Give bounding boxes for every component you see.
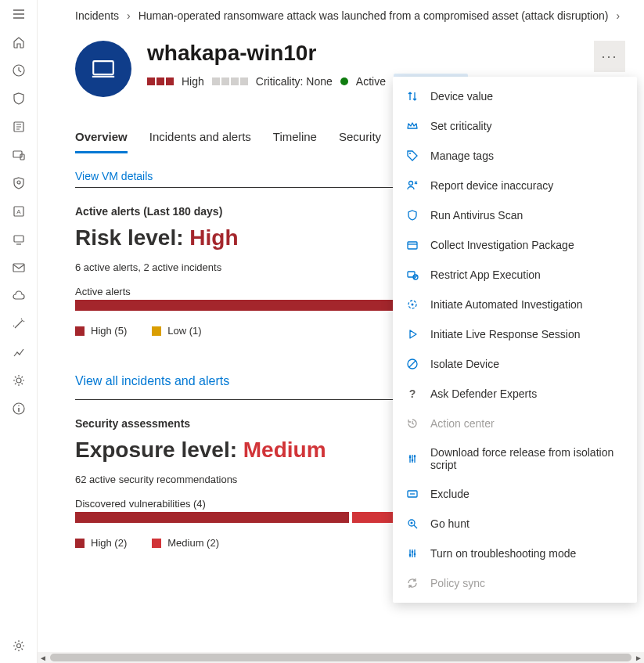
analytics-icon[interactable] xyxy=(11,344,27,360)
view-vm-link[interactable]: View VM details xyxy=(75,170,153,182)
status-dot-icon xyxy=(340,77,348,85)
menu-item-set-criticality[interactable]: Set criticality xyxy=(393,111,637,141)
settings-icon xyxy=(405,452,419,466)
menu-item-restrict-app-execution[interactable]: Restrict App Execution xyxy=(393,260,637,290)
menu-item-ask-defender-experts[interactable]: ?Ask Defender Experts xyxy=(393,379,637,409)
restrict-icon xyxy=(405,268,419,282)
legend-vuln-high: High (2) xyxy=(75,537,127,549)
tab-overview[interactable]: Overview xyxy=(75,125,128,153)
svg-text:A: A xyxy=(16,208,21,215)
clock-icon[interactable] xyxy=(11,63,27,78)
menu-item-policy-sync: Policy sync xyxy=(393,568,637,598)
scroll-left-button[interactable]: ◄ xyxy=(38,652,49,663)
svg-point-26 xyxy=(411,522,413,524)
info-icon[interactable] xyxy=(11,401,27,416)
breadcrumb-root[interactable]: Incidents xyxy=(75,9,119,22)
shield-icon xyxy=(405,208,419,222)
status-label: Active xyxy=(356,75,386,88)
svg-point-29 xyxy=(414,553,416,556)
menu-item-label: Exclude xyxy=(430,488,470,500)
menu-item-label: Device value xyxy=(430,90,493,103)
menu-item-label: Policy sync xyxy=(430,577,485,589)
menu-item-initiate-live-response-session[interactable]: Initiate Live Response Session xyxy=(393,319,637,349)
menu-item-label: Manage tags xyxy=(430,150,494,162)
svg-point-19 xyxy=(412,304,414,306)
menu-item-run-antivirus-scan[interactable]: Run Antivirus Scan xyxy=(393,200,637,230)
tab-incidents[interactable]: Incidents and alerts xyxy=(149,125,251,153)
scroll-thumb[interactable] xyxy=(50,654,631,661)
criticality-indicator xyxy=(212,77,248,85)
device-avatar xyxy=(75,41,131,97)
cloud-icon[interactable] xyxy=(11,288,27,304)
menu-item-isolate-device[interactable]: Isolate Device xyxy=(393,349,637,379)
menu-item-label: Collect Investigation Package xyxy=(430,239,574,251)
menu-item-action-center: Action center xyxy=(393,409,637,438)
menu-item-label: Report device inaccuracy xyxy=(430,179,553,192)
svg-rect-12 xyxy=(93,61,113,74)
menu-item-label: Set criticality xyxy=(430,120,492,132)
tab-timeline[interactable]: Timeline xyxy=(273,125,317,153)
inventory-icon[interactable] xyxy=(11,119,27,135)
wand-icon[interactable] xyxy=(11,316,27,332)
shield-icon[interactable] xyxy=(11,91,27,106)
menu-item-label: Restrict App Execution xyxy=(430,268,541,281)
menu-item-device-value[interactable]: Device value xyxy=(393,81,637,111)
menu-item-label: Initiate Automated Investigation xyxy=(430,298,583,311)
legend-high: High (5) xyxy=(75,325,127,337)
view-all-incidents-link[interactable]: View all incidents and alerts xyxy=(75,374,229,388)
auto-icon xyxy=(405,297,419,312)
svg-rect-8 xyxy=(13,264,24,272)
sort-icon xyxy=(405,89,419,103)
menu-item-label: Download force release from isolation sc… xyxy=(430,446,624,471)
devices-icon[interactable] xyxy=(11,147,27,163)
severity-indicator xyxy=(147,77,174,85)
horizontal-scrollbar[interactable]: ◄ ► xyxy=(38,652,644,663)
menu-item-turn-on-troubleshooting-mode[interactable]: Turn on troubleshooting mode xyxy=(393,539,637,568)
menu-item-manage-tags[interactable]: Manage tags xyxy=(393,141,637,171)
hunt-icon xyxy=(405,517,419,531)
menu-item-label: Run Antivirus Scan xyxy=(430,209,523,222)
history-icon xyxy=(405,416,419,431)
menu-item-collect-investigation-package[interactable]: Collect Investigation Package xyxy=(393,230,637,260)
reports-icon[interactable]: A xyxy=(11,204,27,219)
mail-icon[interactable] xyxy=(11,260,27,276)
trouble-icon xyxy=(405,546,419,560)
svg-point-4 xyxy=(17,181,20,184)
play-icon xyxy=(405,327,419,341)
question-icon: ? xyxy=(405,387,419,401)
menu-item-label: Go hunt xyxy=(430,517,470,530)
menu-item-label: Isolate Device xyxy=(430,358,499,370)
settings-icon[interactable] xyxy=(11,638,27,654)
device-name: whakapa-win10r xyxy=(147,41,578,66)
menu-item-go-hunt[interactable]: Go hunt xyxy=(393,509,637,539)
tab-security[interactable]: Security xyxy=(339,125,381,153)
menu-item-label: Initiate Live Response Session xyxy=(430,328,580,341)
breadcrumb-current[interactable]: Human-operated ransomware attack was lau… xyxy=(139,9,609,22)
scroll-right-button[interactable]: ► xyxy=(633,652,644,663)
svg-point-11 xyxy=(16,644,20,648)
hamburger-icon[interactable] xyxy=(11,6,27,22)
left-nav-rail: A xyxy=(0,0,38,663)
secure-score-icon[interactable] xyxy=(11,175,27,191)
home-icon[interactable] xyxy=(11,34,27,50)
svg-point-13 xyxy=(409,153,411,154)
chevron-right-icon: › xyxy=(127,9,131,22)
menu-item-initiate-automated-investigation[interactable]: Initiate Automated Investigation xyxy=(393,290,637,319)
sync-icon xyxy=(405,576,419,590)
chevron-right-icon: › xyxy=(616,9,620,22)
menu-item-label: Action center xyxy=(430,417,495,430)
config-icon[interactable] xyxy=(11,373,27,388)
scroll-track[interactable] xyxy=(49,652,633,663)
isolate-icon xyxy=(405,357,419,371)
crown-icon xyxy=(405,119,419,133)
legend-vuln-med: Medium (2) xyxy=(152,537,219,549)
menu-item-report-device-inaccuracy[interactable]: Report device inaccuracy xyxy=(393,171,637,200)
more-actions-button[interactable]: ··· xyxy=(594,41,625,72)
menu-item-download-force-release-from-isolation-script[interactable]: Download force release from isolation sc… xyxy=(393,438,637,479)
actions-dropdown: Device valueSet criticalityManage tagsRe… xyxy=(393,77,637,603)
endpoints-icon[interactable] xyxy=(11,232,27,247)
svg-point-27 xyxy=(409,554,412,557)
menu-item-exclude[interactable]: Exclude xyxy=(393,479,637,509)
legend-low: Low (1) xyxy=(152,325,201,337)
tag-icon xyxy=(405,149,419,163)
